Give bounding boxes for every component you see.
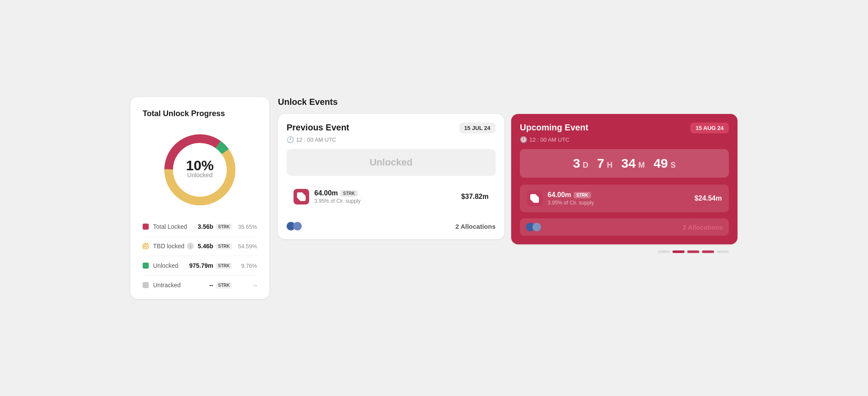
legend-pct-locked: 35.65%: [236, 224, 257, 230]
previous-event-header: Previous Event 15 JUL 24: [287, 123, 496, 133]
legend-dot-unlocked: [143, 263, 149, 269]
card-title: Total Unlock Progress: [143, 109, 257, 118]
legend-row-untracked: Untracked -- STRK --: [143, 275, 257, 289]
previous-token-badge: STRK: [340, 190, 357, 197]
legend-label-unlocked: Unlocked: [153, 262, 189, 269]
legend-dot-tbd: [143, 243, 149, 249]
upcoming-token-amount-row: 64.00m STRK: [548, 191, 689, 199]
clock-icon-upcoming: 🕛: [520, 136, 527, 143]
upcoming-event-date: 15 AUG 24: [690, 123, 729, 133]
strk-badge-tbd: STRK: [216, 243, 232, 250]
previous-allocations-label: 2 Allocations: [455, 223, 496, 230]
events-row: Previous Event 15 JUL 24 🕛 12 : 00 AM UT…: [278, 114, 737, 244]
events-section-title: Unlock Events: [278, 97, 737, 107]
countdown-seconds-unit: S: [671, 161, 676, 170]
previous-allocations-footer[interactable]: 2 Allocations: [287, 217, 496, 230]
donut-chart: 10% Unlocked: [159, 129, 241, 211]
countdown-hours-unit: H: [607, 161, 613, 170]
total-unlock-progress-card: Total Unlock Progress 10% Unlocked: [131, 97, 269, 299]
previous-token-supply: 3.95% of Cir. supply: [314, 198, 456, 204]
countdown-days: 3: [573, 156, 580, 171]
previous-event-date: 15 JUL 24: [459, 123, 496, 133]
legend-label-untracked: Untracked: [153, 282, 209, 289]
upcoming-allocations-label: 2 Allocations: [682, 224, 723, 231]
upcoming-token-row: 64.00m STRK 3.95% of Cir. supply $24.54m: [527, 191, 722, 206]
upcoming-token-badge: STRK: [574, 192, 591, 198]
previous-token-info: 64.00m STRK 3.95% of Cir. supply: [314, 189, 456, 204]
legend-pct-untracked: --: [236, 282, 257, 289]
strk-badge-unlocked: STRK: [216, 263, 232, 269]
legend-dot-locked: [143, 224, 149, 230]
previous-event-card: Previous Event 15 JUL 24 🕛 12 : 00 AM UT…: [278, 114, 504, 239]
alloc-dot-2: [293, 222, 302, 230]
upcoming-token-section: 64.00m STRK 3.95% of Cir. supply $24.54m: [520, 185, 729, 212]
upcoming-token-usd: $24.54m: [695, 195, 722, 202]
legend-value-unlocked: 975.79m: [189, 262, 213, 269]
starknet-logo-previous: [297, 192, 306, 201]
legend-label-locked: Total Locked: [153, 223, 198, 230]
starknet-logo-upcoming: [530, 194, 539, 203]
main-container: Total Unlock Progress 10% Unlocked: [131, 97, 737, 299]
upcoming-token-icon: [527, 191, 542, 206]
previous-event-name: Previous Event: [287, 123, 349, 133]
info-icon-tbd[interactable]: i: [187, 243, 194, 250]
upcoming-event-header: Upcoming Event 15 AUG 24: [520, 123, 729, 133]
page-dot-3[interactable]: [687, 250, 699, 253]
legend-value-locked: 3.56b: [198, 223, 213, 230]
legend-row-tbd: TBD locked i 5.46b STRK 54.59%: [143, 236, 257, 250]
countdown-hours: 7: [597, 156, 604, 171]
upcoming-event-card: Upcoming Event 15 AUG 24 🕛 12 : 00 AM UT…: [511, 114, 737, 244]
strk-badge-untracked: STRK: [216, 282, 232, 289]
upcoming-token-supply: 3.95% of Cir. supply: [548, 200, 689, 206]
countdown-timer: 3D 7H 34M 49S: [520, 149, 729, 178]
upcoming-token-amount: 64.00m: [548, 191, 571, 199]
page-dot-2[interactable]: [672, 250, 685, 253]
countdown-minutes: 34: [621, 156, 636, 171]
upcoming-event-time: 🕛 12 : 00 AM UTC: [520, 136, 729, 143]
legend-value-tbd: 5.46b: [198, 243, 213, 250]
legend-value-untracked: --: [209, 282, 213, 289]
legend-label-tbd: TBD locked i: [153, 243, 198, 250]
upcoming-token-info: 64.00m STRK 3.95% of Cir. supply: [548, 191, 689, 206]
unlocked-status-button: Unlocked: [287, 149, 496, 176]
upcoming-allocation-icons: [526, 223, 541, 231]
legend: Total Locked 3.56b STRK 35.65% TBD locke…: [143, 223, 257, 289]
previous-token-usd: $37.82m: [461, 193, 489, 201]
previous-token-amount: 64.00m: [314, 189, 338, 197]
page-dot-1[interactable]: [658, 250, 670, 253]
donut-label: Unlocked: [187, 172, 212, 179]
page-dot-4[interactable]: [702, 250, 714, 253]
legend-row-locked: Total Locked 3.56b STRK 35.65%: [143, 223, 257, 230]
legend-dot-untracked: [143, 282, 149, 288]
previous-token-amount-row: 64.00m STRK: [314, 189, 456, 197]
previous-event-time: 🕛 12 : 00 AM UTC: [287, 136, 496, 143]
previous-token-row: 64.00m STRK 3.95% of Cir. supply $37.82m: [294, 189, 489, 204]
previous-token-section: 64.00m STRK 3.95% of Cir. supply $37.82m: [287, 183, 496, 211]
pagination: [278, 250, 737, 253]
countdown-days-unit: D: [583, 161, 588, 170]
countdown-minutes-unit: M: [638, 161, 645, 170]
countdown-seconds: 49: [653, 156, 668, 171]
upcoming-allocations-footer[interactable]: 2 Allocations: [520, 218, 729, 236]
upcoming-event-name: Upcoming Event: [520, 123, 588, 133]
donut-chart-wrapper: 10% Unlocked: [143, 129, 257, 211]
legend-row-unlocked: Unlocked 975.79m STRK 9.76%: [143, 256, 257, 269]
legend-pct-tbd: 54.59%: [236, 243, 257, 250]
previous-allocation-icons: [287, 222, 302, 230]
legend-pct-unlocked: 9.76%: [236, 263, 257, 269]
previous-token-icon: [294, 189, 309, 204]
events-section: Unlock Events Previous Event 15 JUL 24 🕛…: [278, 97, 737, 253]
upcoming-alloc-dot-2: [532, 223, 541, 231]
page-dot-5[interactable]: [717, 250, 729, 253]
clock-icon-previous: 🕛: [287, 136, 294, 143]
strk-badge-locked: STRK: [216, 224, 232, 230]
